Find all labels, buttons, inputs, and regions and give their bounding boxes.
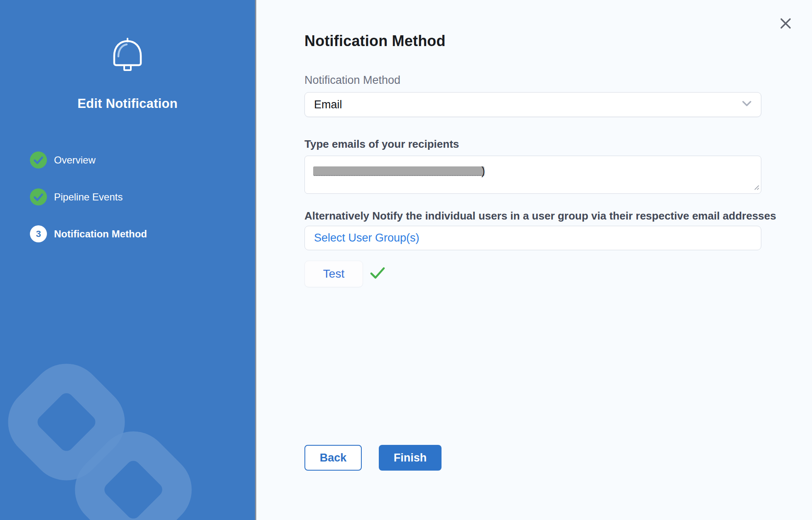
brand-watermark: [0, 288, 255, 520]
selected-method-value: Email: [314, 98, 742, 111]
sidebar-step-pipeline-events[interactable]: Pipeline Events: [30, 188, 255, 205]
wizard-footer: Back Finish: [304, 445, 442, 471]
wizard-steps: Overview Pipeline Events 3 Notification …: [0, 151, 255, 242]
notification-method-panel: Notification Method Notification Method …: [256, 0, 812, 520]
step-number-badge: 3: [30, 225, 47, 242]
test-success-check-icon: [370, 267, 385, 281]
user-group-hint-label: Alternatively Notify the individual user…: [304, 210, 812, 222]
select-user-groups-button[interactable]: Select User Group(s): [304, 226, 761, 250]
notification-method-select[interactable]: Email: [304, 92, 761, 117]
close-icon[interactable]: [779, 17, 792, 30]
page-title: Notification Method: [304, 0, 812, 50]
select-user-groups-label: Select User Group(s): [314, 232, 419, 244]
recipients-field-label: Type emails of your recipients: [304, 138, 812, 151]
test-row: Test: [304, 261, 812, 287]
wizard-title: Edit Notification: [0, 96, 255, 111]
method-field-label: Notification Method: [304, 74, 812, 87]
resize-handle[interactable]: [753, 184, 760, 192]
step-label: Pipeline Events: [54, 191, 123, 203]
back-button[interactable]: Back: [304, 445, 362, 471]
chevron-down-icon: [742, 100, 752, 109]
step-complete-icon: [30, 151, 47, 168]
edit-notification-modal: Edit Notification Overview: [0, 0, 812, 520]
test-button[interactable]: Test: [304, 261, 363, 287]
sidebar-step-notification-method[interactable]: 3 Notification Method: [30, 225, 255, 242]
redacted-email-suffix: ): [481, 165, 485, 178]
recipients-textarea[interactable]: ): [304, 156, 761, 194]
wizard-sidebar: Edit Notification Overview: [0, 0, 256, 520]
step-label: Notification Method: [54, 228, 147, 240]
step-complete-icon: [30, 188, 47, 205]
step-label: Overview: [54, 154, 96, 166]
bell-icon: [110, 37, 145, 73]
sidebar-step-overview[interactable]: Overview: [30, 151, 255, 168]
redacted-email-value: [313, 166, 484, 176]
finish-button[interactable]: Finish: [379, 445, 442, 471]
